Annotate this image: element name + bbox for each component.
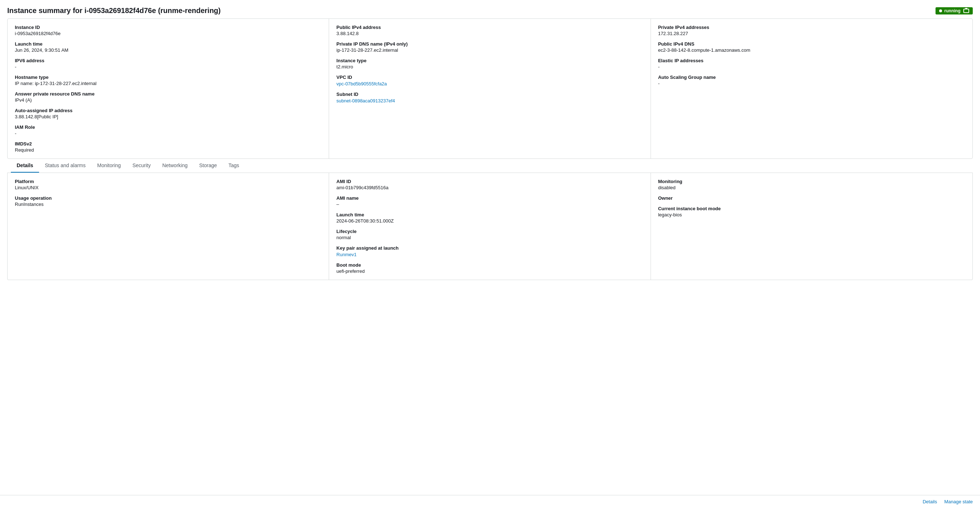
field-boot-mode: Boot mode uefi-preferred: [336, 262, 643, 274]
manage-state-link[interactable]: Manage state: [944, 499, 973, 504]
camera-icon: [963, 9, 969, 13]
details-panel: Platform Linux/UNIX Usage operation RunI…: [7, 173, 973, 280]
field-imdsv2: IMDSv2 Required: [15, 141, 321, 153]
field-elastic-ip: Elastic IP addresses -: [658, 58, 965, 70]
tabs-container: Details Status and alarms Monitoring Sec…: [7, 159, 973, 173]
page-header: Instance summary for i-0953a269182f4d76e…: [7, 4, 973, 18]
field-lifecycle: Lifecycle normal: [336, 229, 643, 240]
field-answer-private: Answer private resource DNS name IPv4 (A…: [15, 91, 321, 103]
tab-storage[interactable]: Storage: [194, 159, 223, 173]
field-usage-operation: Usage operation RunInstances: [15, 195, 321, 207]
field-monitoring: Monitoring disabled: [658, 179, 965, 190]
field-details-launch-time: Launch time 2024-06-26T08:30:51.000Z: [336, 212, 643, 224]
vpc-id-link[interactable]: vpc-07bd5b90555fcfa2a: [336, 81, 387, 86]
details-bottom-link[interactable]: Details: [923, 499, 937, 504]
field-auto-assigned-ip: Auto-assigned IP address 3.88.142.8[Publ…: [15, 108, 321, 119]
tab-status-alarms[interactable]: Status and alarms: [39, 159, 91, 173]
field-launch-time: Launch time Jun 26, 2024, 9:30:51 AM: [15, 41, 321, 53]
status-text: running: [944, 8, 961, 13]
key-pair-link[interactable]: Runmev1: [336, 252, 356, 257]
summary-column-1: Instance ID i-0953a269182f4d76e Launch t…: [8, 19, 329, 158]
field-ipv6: IPV6 address -: [15, 58, 321, 70]
field-private-dns: Private IP DNS name (IPv4 only) ip-172-3…: [336, 41, 643, 53]
tab-tags[interactable]: Tags: [223, 159, 245, 173]
summary-column-3: Private IPv4 addresses 172.31.28.227 Pub…: [651, 19, 972, 158]
details-column-2: AMI ID ami-01b799c439fd5516a AMI name – …: [329, 173, 651, 280]
tab-networking[interactable]: Networking: [157, 159, 194, 173]
tab-security[interactable]: Security: [127, 159, 157, 173]
field-current-boot-mode: Current instance boot mode legacy-bios: [658, 206, 965, 217]
summary-column-2: Public IPv4 address 3.88.142.8 Private I…: [329, 19, 651, 158]
details-column-3: Monitoring disabled Owner Current instan…: [651, 173, 972, 280]
field-platform: Platform Linux/UNIX: [15, 179, 321, 190]
status-badge: running: [935, 7, 973, 14]
field-public-ipv4: Public IPv4 address 3.88.142.8: [336, 25, 643, 36]
tab-details[interactable]: Details: [11, 159, 39, 173]
field-hostname-type: Hostname type IP name: ip-172-31-28-227.…: [15, 75, 321, 86]
field-instance-id: Instance ID i-0953a269182f4d76e: [15, 25, 321, 36]
details-column-1: Platform Linux/UNIX Usage operation RunI…: [8, 173, 329, 280]
field-instance-type: Instance type t2.micro: [336, 58, 643, 70]
field-iam-role: IAM Role -: [15, 124, 321, 136]
field-private-ipv4: Private IPv4 addresses 172.31.28.227: [658, 25, 965, 36]
field-public-ipv4-dns: Public IPv4 DNS ec2-3-88-142-8.compute-1…: [658, 41, 965, 53]
field-owner: Owner: [658, 195, 965, 201]
field-vpc-id: VPC ID vpc-07bd5b90555fcfa2a: [336, 75, 643, 86]
tab-monitoring[interactable]: Monitoring: [91, 159, 127, 173]
bottom-bar: Details Manage state: [0, 495, 980, 508]
page-title: Instance summary for i-0953a269182f4d76e…: [7, 6, 221, 15]
field-key-pair: Key pair assigned at launch Runmev1: [336, 245, 643, 257]
tabs-list: Details Status and alarms Monitoring Sec…: [7, 159, 973, 173]
field-ami-name: AMI name –: [336, 195, 643, 207]
subnet-id-link[interactable]: subnet-0898aca0913237ef4: [336, 98, 395, 104]
field-auto-scaling: Auto Scaling Group name -: [658, 75, 965, 86]
summary-grid: Instance ID i-0953a269182f4d76e Launch t…: [7, 18, 973, 159]
status-dot-icon: [939, 10, 942, 12]
field-subnet-id: Subnet ID subnet-0898aca0913237ef4: [336, 92, 643, 104]
field-ami-id: AMI ID ami-01b799c439fd5516a: [336, 179, 643, 190]
